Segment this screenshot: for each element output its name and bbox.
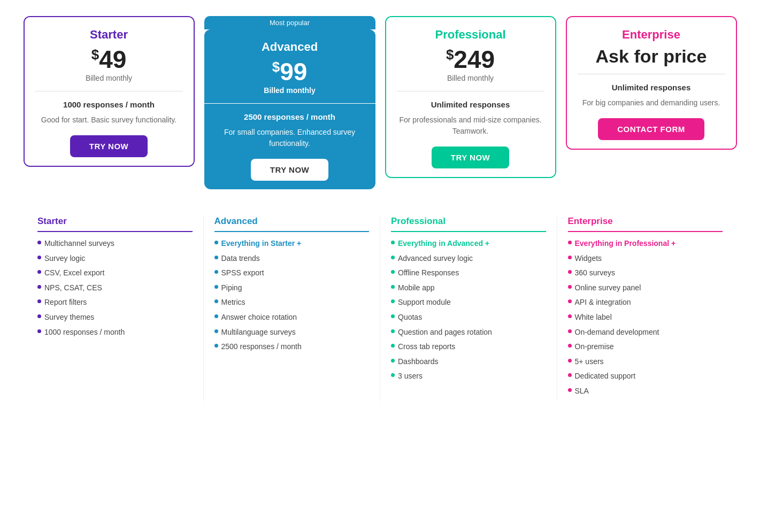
list-item: SPSS export <box>214 268 370 279</box>
list-item: On-demand development <box>568 327 723 338</box>
card-professional: Professional $249 Billed monthly Unlimit… <box>385 16 556 178</box>
advanced-billing: Billed monthly <box>215 86 365 95</box>
card-advanced: Most popular Advanced $99 Billed monthly… <box>204 16 375 189</box>
advanced-feature-list: Everything in Starter + Data trends SPSS… <box>214 238 370 352</box>
list-item: Dedicated support <box>568 371 723 382</box>
pricing-cards-section: Starter $49 Billed monthly 1000 response… <box>21 16 739 189</box>
advanced-currency: $ <box>272 59 280 75</box>
bullet-icon <box>37 256 41 259</box>
feature-col-professional: Professional Everything in Advanced + Ad… <box>380 216 557 401</box>
professional-billing: Billed monthly <box>397 74 544 82</box>
list-item: Dashboards <box>391 357 546 367</box>
list-item: Everything in Professional + <box>568 238 723 249</box>
list-item: Report filters <box>37 297 193 308</box>
bullet-icon <box>568 270 572 274</box>
starter-plan-name: Starter <box>35 28 183 42</box>
enterprise-header: Enterprise Ask for price <box>567 17 736 74</box>
bullet-icon <box>568 314 572 318</box>
list-item: CSV, Excel export <box>37 268 193 279</box>
feature-col-advanced: Advanced Everything in Starter + Data tr… <box>204 216 381 401</box>
bullet-icon <box>391 359 395 363</box>
list-item: Survey themes <box>37 312 193 323</box>
bullet-icon <box>391 285 395 289</box>
professional-features-title: Professional <box>391 216 546 232</box>
advanced-cta-button[interactable]: TRY NOW <box>251 159 329 181</box>
bullet-icon <box>214 314 218 318</box>
starter-header: Starter $49 Billed monthly <box>25 17 194 91</box>
enterprise-responses: Unlimited responses <box>578 83 725 92</box>
starter-feature-list: Multichannel surveys Survey logic CSV, E… <box>37 238 193 337</box>
list-item: Online survey panel <box>568 283 723 294</box>
card-enterprise: Enterprise Ask for price Unlimited respo… <box>566 16 737 150</box>
starter-features-title: Starter <box>37 216 193 232</box>
enterprise-features-title: Enterprise <box>568 216 723 232</box>
enterprise-price: Ask for price <box>578 47 725 65</box>
bullet-icon <box>391 344 395 348</box>
bullet-icon <box>568 329 572 333</box>
advanced-responses: 2500 responses / month <box>215 112 365 121</box>
list-item: Mobile app <box>391 283 546 294</box>
advanced-features-title: Advanced <box>214 216 370 232</box>
starter-currency: $ <box>91 47 99 63</box>
starter-price: $49 <box>35 47 183 72</box>
enterprise-feature-list: Everything in Professional + Widgets 360… <box>568 238 723 397</box>
list-item: Advanced survey logic <box>391 253 546 264</box>
advanced-description: For small companies. Enhanced survey fun… <box>215 127 365 149</box>
bullet-icon <box>391 241 395 244</box>
professional-price: $249 <box>397 47 544 72</box>
list-item: Survey logic <box>37 253 193 264</box>
enterprise-cta-button[interactable]: CONTACT FORM <box>598 118 704 140</box>
bullet-icon <box>214 344 218 348</box>
bullet-icon <box>391 299 395 303</box>
bullet-icon <box>214 285 218 289</box>
list-item: Metrics <box>214 297 370 308</box>
bullet-icon <box>391 314 395 318</box>
enterprise-description: For big companies and demanding users. <box>578 97 725 109</box>
bullet-icon <box>391 373 395 377</box>
professional-description: For professionals and mid-size companies… <box>397 114 544 137</box>
bullet-icon <box>568 344 572 348</box>
advanced-price: $99 <box>215 59 365 84</box>
feature-col-starter: Starter Multichannel surveys Survey logi… <box>27 216 204 401</box>
features-section: Starter Multichannel surveys Survey logi… <box>21 216 739 401</box>
list-item: NPS, CSAT, CES <box>37 283 193 294</box>
list-item: White label <box>568 312 723 323</box>
starter-responses: 1000 responses / month <box>35 100 183 109</box>
list-item: Question and pages rotation <box>391 327 546 338</box>
professional-cta-button[interactable]: TRY NOW <box>432 147 510 168</box>
bullet-icon <box>37 329 41 333</box>
bullet-icon <box>214 256 218 259</box>
most-popular-badge: Most popular <box>204 16 375 29</box>
bullet-icon <box>391 270 395 274</box>
professional-feature-list: Everything in Advanced + Advanced survey… <box>391 238 546 382</box>
advanced-body: 2500 responses / month For small compani… <box>204 104 375 189</box>
bullet-icon <box>568 359 572 363</box>
professional-header: Professional $249 Billed monthly <box>386 17 555 91</box>
list-item: API & integration <box>568 297 723 308</box>
bullet-icon <box>37 270 41 274</box>
starter-cta-button[interactable]: TRY NOW <box>70 135 148 157</box>
list-item: 1000 responses / month <box>37 327 193 338</box>
feature-col-enterprise: Enterprise Everything in Professional + … <box>557 216 734 401</box>
list-item: Widgets <box>568 253 723 264</box>
bullet-icon <box>568 256 572 259</box>
bullet-icon <box>568 299 572 303</box>
list-item: Quotas <box>391 312 546 323</box>
starter-billing: Billed monthly <box>35 74 183 82</box>
list-item: Data trends <box>214 253 370 264</box>
bullet-icon <box>37 314 41 318</box>
list-item: SLA <box>568 386 723 397</box>
bullet-icon <box>37 285 41 289</box>
enterprise-body: Unlimited responses For big companies an… <box>567 74 736 149</box>
starter-body: 1000 responses / month Good for start. B… <box>25 91 194 166</box>
list-item: Everything in Starter + <box>214 238 370 249</box>
bullet-icon <box>568 241 572 244</box>
list-item: 2500 responses / month <box>214 342 370 352</box>
bullet-icon <box>214 299 218 303</box>
list-item: Everything in Advanced + <box>391 238 546 249</box>
professional-body: Unlimited responses For professionals an… <box>386 91 555 177</box>
professional-plan-name: Professional <box>397 28 544 42</box>
advanced-header: Advanced $99 Billed monthly <box>204 29 375 103</box>
bullet-icon <box>391 256 395 259</box>
list-item: Answer choice rotation <box>214 312 370 323</box>
